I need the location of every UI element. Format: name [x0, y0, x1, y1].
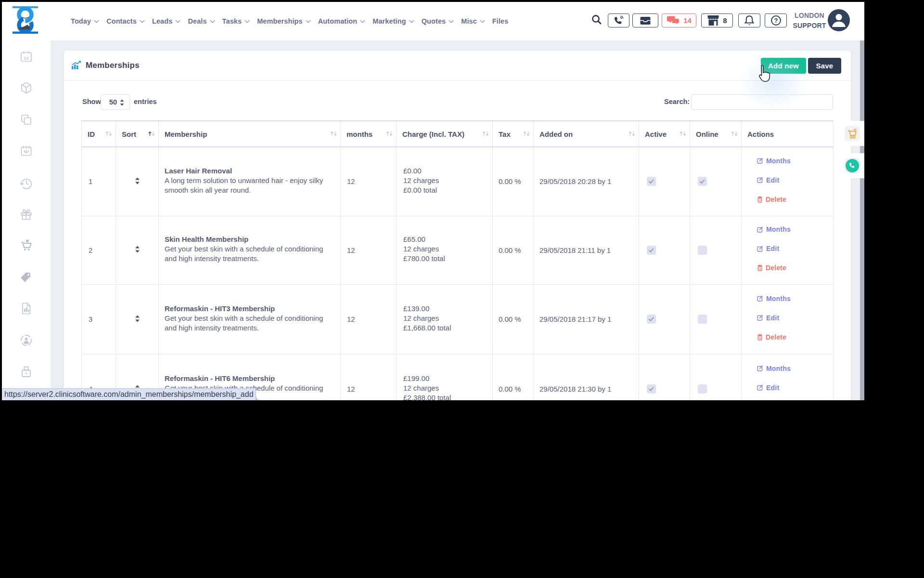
svg-text:12: 12 — [24, 55, 29, 61]
svg-text:?: ? — [774, 17, 778, 24]
